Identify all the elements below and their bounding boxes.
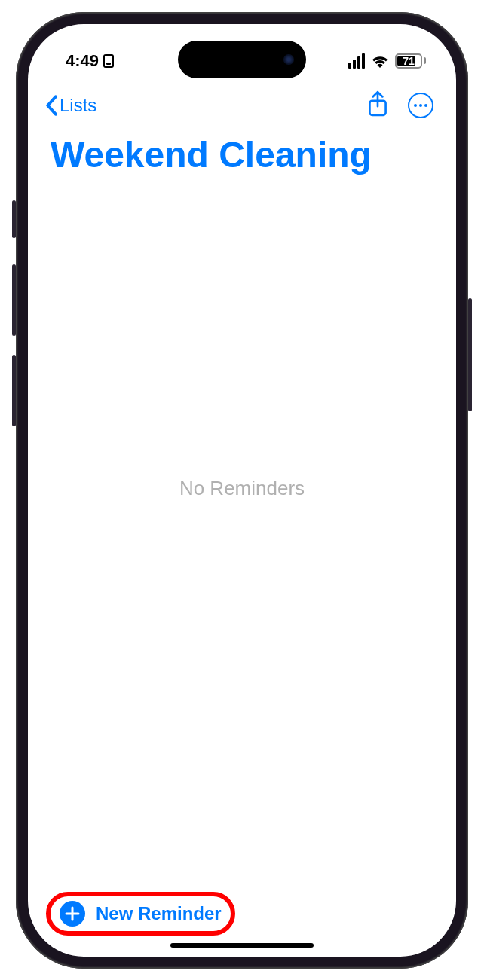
volume-down-button <box>12 355 16 426</box>
status-right: 71 <box>348 53 426 69</box>
phone-frame: 4:49 71 <box>16 12 468 969</box>
screen: 4:49 71 <box>28 24 456 957</box>
chevron-left-icon <box>44 95 58 116</box>
cellular-signal-icon <box>348 53 365 69</box>
share-button[interactable] <box>367 90 388 121</box>
nav-actions <box>367 90 433 121</box>
battery-percentage: 71 <box>403 55 415 67</box>
new-reminder-label: New Reminder <box>96 903 222 924</box>
new-reminder-button[interactable]: New Reminder <box>46 892 235 936</box>
silence-switch <box>12 200 16 238</box>
back-label: Lists <box>60 95 96 116</box>
status-time: 4:49 <box>66 51 99 71</box>
back-button[interactable]: Lists <box>44 95 96 116</box>
power-button <box>468 298 472 411</box>
status-left: 4:49 <box>66 51 114 71</box>
sim-icon <box>103 54 114 68</box>
volume-up-button <box>12 264 16 336</box>
empty-state-message: No Reminders <box>179 477 305 500</box>
plus-circle-icon <box>60 901 85 927</box>
page-title: Weekend Cleaning <box>28 127 456 176</box>
more-options-button[interactable] <box>408 93 433 118</box>
dynamic-island <box>178 41 306 78</box>
reminders-content: No Reminders <box>28 176 456 892</box>
home-indicator[interactable] <box>170 943 314 948</box>
navigation-bar: Lists <box>28 77 456 127</box>
battery-indicator: 71 <box>395 53 426 69</box>
ellipsis-icon <box>414 104 427 107</box>
wifi-icon <box>371 54 389 68</box>
